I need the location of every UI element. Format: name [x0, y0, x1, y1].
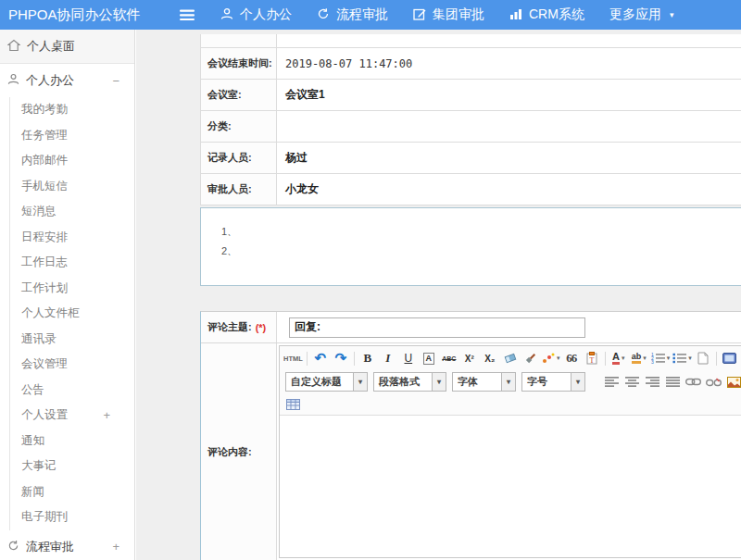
redo-icon[interactable]: ↷ — [332, 350, 350, 367]
new-page-icon[interactable] — [694, 350, 712, 367]
ordered-list-icon[interactable]: 123 ▾ — [650, 350, 671, 367]
html-source-button[interactable]: HTML — [283, 350, 303, 367]
editor-toolbar-row2: 自定义标题 ▾ 段落格式 ▾ 字体 ▾ — [280, 370, 741, 393]
align-left-icon[interactable] — [602, 373, 621, 391]
undo-icon[interactable]: ↶ — [311, 350, 330, 367]
sidebar-item-notice[interactable]: 通知 — [21, 429, 134, 454]
expand-icon[interactable]: + — [103, 408, 110, 422]
toolbar-separator — [605, 352, 606, 366]
sidebar-item-meeting-management[interactable]: 会议管理 — [21, 352, 134, 378]
sidebar-item-desktop[interactable]: 个人桌面 — [0, 30, 134, 64]
sidebar-item-news[interactable]: 新闻 — [21, 479, 134, 505]
comment-subject-input[interactable] — [289, 317, 585, 338]
nav-personal-office[interactable]: 个人办公 — [220, 6, 292, 23]
blockquote-icon[interactable]: 66 — [562, 350, 581, 367]
font-color-icon[interactable]: A ▾ — [609, 350, 628, 367]
align-right-icon[interactable] — [643, 373, 661, 391]
sidebar-item-my-attendance[interactable]: 我的考勤 — [21, 97, 134, 123]
sidebar-item-memorabilia[interactable]: 大事记 — [21, 454, 134, 479]
expand-icon[interactable]: + — [112, 540, 119, 554]
comment-content-row: 评论内容: HTML ↶ ↷ B I U A — [201, 343, 741, 560]
svg-text:3: 3 — [651, 359, 654, 364]
strikethrough-icon[interactable]: ABC — [440, 350, 458, 367]
sidebar-item-personal-files[interactable]: 个人文件柜 — [21, 301, 134, 327]
strike-glyph: ABC — [442, 355, 456, 362]
sidebar-item-label: 个人办公 — [26, 72, 74, 89]
required-mark: (*) — [256, 322, 267, 333]
sidebar-item-task-management[interactable]: 任务管理 — [21, 123, 134, 149]
sidebar-item-contacts[interactable]: 通讯录 — [21, 327, 134, 353]
field-value — [277, 111, 741, 142]
table-row — [201, 34, 741, 48]
autotypeset-icon[interactable]: A — [420, 350, 438, 367]
unlink-icon[interactable] — [704, 373, 722, 391]
paste-text-icon[interactable]: T — [583, 350, 601, 367]
nav-workflow-approval[interactable]: 流程审批 — [317, 6, 388, 23]
select-value: 段落格式 — [374, 373, 432, 391]
chevron-down-icon: ▾ — [557, 355, 560, 362]
bold-icon[interactable]: B — [358, 350, 377, 367]
sidebar-item-internal-mail[interactable]: 内部邮件 — [21, 148, 134, 174]
comment-subject-row: 评论主题: (*) — [201, 312, 741, 343]
table-row: 审批人员: 小龙女 — [201, 174, 741, 205]
sidebar-item-personal-settings[interactable]: 个人设置+ — [21, 403, 134, 429]
top-navigation: 个人办公 流程审批 集团审批 CRM系统 更多应用 — [220, 6, 698, 23]
sidebar-item-announcement[interactable]: 公告 — [21, 378, 134, 404]
insert-table-icon[interactable] — [283, 395, 302, 413]
sidebar-item-mobile-sms[interactable]: 手机短信 — [21, 174, 134, 200]
sidebar-item-label: 会议管理 — [21, 356, 68, 372]
nav-label: 更多应用 — [609, 6, 661, 23]
format-brush-icon[interactable] — [521, 350, 540, 367]
sidebar-item-schedule[interactable]: 日程安排 — [21, 225, 134, 251]
color-dots-icon[interactable]: ▾ — [542, 350, 560, 367]
sidebar-item-label: 我的考勤 — [21, 102, 68, 118]
sidebar-item-label: 个人文件柜 — [21, 305, 80, 321]
sidebar-item-workflow-approval[interactable]: 流程审批 + — [0, 530, 134, 560]
editor-toolbar-row1: HTML ↶ ↷ B I U A ABC X² X₂ — [280, 346, 741, 370]
html-label: HTML — [283, 355, 303, 363]
redo-glyph: ↷ — [335, 350, 347, 367]
unordered-list-icon[interactable]: ▾ — [672, 350, 692, 367]
align-justify-icon[interactable] — [663, 373, 682, 391]
insert-image-icon[interactable] — [724, 373, 741, 391]
table-row: 记录人员: 杨过 — [201, 143, 741, 174]
subject-label: 评论主题: — [207, 320, 252, 334]
italic-icon[interactable]: I — [379, 350, 397, 367]
sidebar-item-personal-office[interactable]: 个人办公 − — [0, 64, 134, 97]
sidebar-item-short-message[interactable]: 短消息 — [21, 199, 134, 225]
sidebar-item-work-plan[interactable]: 工作计划 — [21, 276, 134, 302]
superscript-icon[interactable]: X² — [460, 350, 479, 367]
align-center-icon[interactable] — [622, 373, 641, 391]
chevron-down-icon: ▾ — [432, 373, 446, 391]
collapse-icon[interactable]: − — [112, 74, 119, 88]
toolbar-separator — [307, 352, 308, 366]
field-label: 会议结束时间: — [201, 48, 277, 79]
underline-icon[interactable]: U — [399, 350, 418, 367]
link-icon[interactable] — [684, 373, 702, 391]
table-row: 分类: — [201, 111, 741, 143]
nav-label: 集团审批 — [433, 6, 484, 23]
fullscreen-icon[interactable] — [721, 350, 739, 367]
nav-group-approval[interactable]: 集团审批 — [413, 6, 484, 23]
nav-crm[interactable]: CRM系统 — [509, 6, 584, 23]
boxed-a-glyph: A — [423, 353, 435, 365]
chevron-down-icon: ▾ — [622, 355, 625, 362]
sidebar-item-e-journal[interactable]: 电子期刊 — [21, 504, 134, 530]
comment-form: 评论主题: (*) 评论内容: HTML ↶ ↷ — [200, 311, 741, 560]
sidebar-item-label: 工作日志 — [21, 255, 68, 270]
font-size-select[interactable]: 字号 ▾ — [521, 372, 585, 392]
highlight-color-icon[interactable]: ab ▾ — [630, 350, 648, 367]
content-line: 2、 — [221, 242, 741, 261]
nav-more-apps[interactable]: 更多应用 ▾ — [609, 6, 674, 23]
editor-toolbar-row3 — [280, 393, 741, 415]
menu-toggle-icon[interactable] — [176, 9, 198, 21]
font-family-select[interactable]: 字体 ▾ — [452, 372, 516, 392]
subscript-icon[interactable]: X₂ — [481, 350, 499, 367]
eraser-icon[interactable] — [501, 350, 520, 367]
editor-content-area[interactable] — [280, 415, 741, 557]
sidebar-item-work-log[interactable]: 工作日志 — [21, 250, 134, 276]
undo-glyph: ↶ — [315, 350, 327, 367]
custom-heading-select[interactable]: 自定义标题 ▾ — [285, 372, 368, 392]
paragraph-format-select[interactable]: 段落格式 ▾ — [373, 372, 446, 392]
chevron-down-icon: ▾ — [501, 373, 515, 391]
